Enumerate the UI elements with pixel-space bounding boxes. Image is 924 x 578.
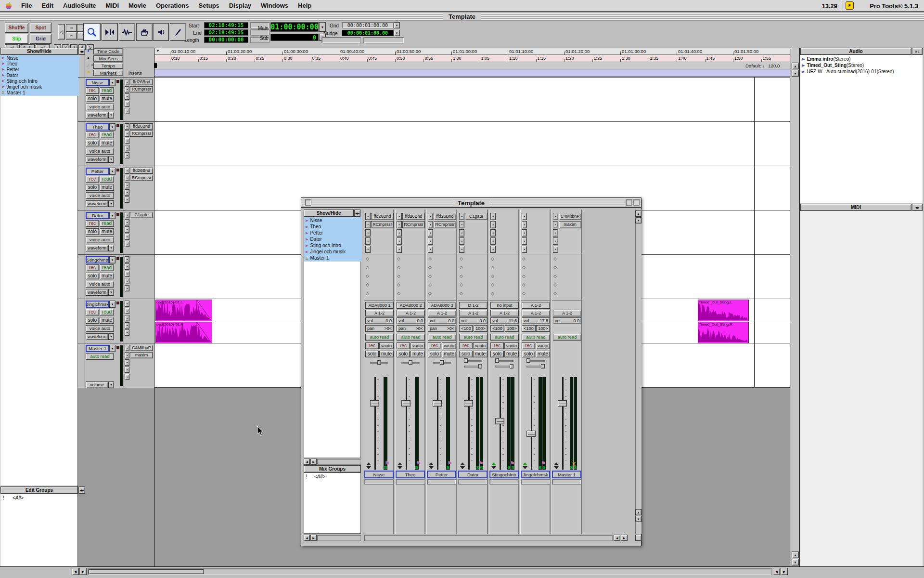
send-slot-diamond[interactable]: ◇ (366, 265, 369, 270)
send-slot-diamond[interactable]: ◇ (397, 257, 400, 261)
mix-hscroll-left[interactable]: ◀ (614, 535, 620, 541)
mix-hscroll-track[interactable] (317, 535, 361, 541)
group-flag-icon[interactable]: ⚑ (541, 460, 546, 466)
mode-button-shuffle[interactable]: Shuffle (5, 23, 28, 33)
track-name-menu-button[interactable]: ▼ (109, 212, 116, 219)
mute-button[interactable]: mute (379, 351, 394, 357)
audio-region-item-timed-out-sting[interactable]: ▶Timed_Out_Sting (Stereo) (800, 62, 924, 68)
pan-left-readout[interactable]: <100 (459, 325, 473, 332)
output-selector[interactable]: A 1-2 (490, 310, 519, 316)
send-slot-diamond[interactable]: ◇ (491, 291, 494, 296)
automation-mode-button[interactable]: auto read (459, 334, 488, 341)
insert-ffd26bnd[interactable]: ffd26Bnd (130, 79, 153, 85)
fader-track[interactable] (437, 377, 438, 470)
track-arrow-icon[interactable]: ▶ (306, 219, 308, 223)
master-sigma-icon[interactable]: Σ (306, 256, 308, 261)
insert-dot-button[interactable]: ● (125, 308, 129, 314)
vscroll-up-button[interactable]: ▲ (792, 552, 799, 558)
send-slot-diamond[interactable]: ◇ (491, 283, 494, 287)
output-selector[interactable]: A 1-2 (522, 310, 550, 316)
track-name-menu-button[interactable]: ▼ (109, 301, 116, 308)
track-solo-button[interactable]: solo (86, 140, 99, 146)
insert-dot-button[interactable]: ● (125, 138, 129, 144)
track-view-menu-button[interactable]: ▼ (108, 333, 114, 340)
send-slot-diamond[interactable]: ◇ (366, 283, 369, 287)
insert-dot-button[interactable]: ● (125, 79, 129, 85)
send-slot-diamond[interactable]: ◇ (553, 257, 557, 261)
fader-track[interactable] (468, 377, 470, 470)
voice-auto-button[interactable]: vauto (473, 342, 488, 349)
send-slot-diamond[interactable]: ◇ (491, 274, 494, 278)
hscroll-left-button[interactable]: ◀ (72, 568, 79, 575)
fader-track[interactable] (531, 377, 532, 470)
pan-right-readout[interactable]: 100> (536, 325, 550, 332)
track-volume-menu-button[interactable]: ▼ (108, 381, 114, 388)
master-sigma-icon[interactable]: Σ (2, 90, 5, 95)
mix-show-hide-expand-button[interactable]: ◀▶ (354, 210, 360, 217)
pan-slider-thumb[interactable] (495, 358, 499, 363)
mix-show-hide-header[interactable]: Show/Hide (304, 210, 354, 217)
fader-cap[interactable] (464, 400, 473, 407)
input-selector[interactable]: no input (490, 302, 519, 309)
insert-dot-button[interactable]: ● (428, 237, 433, 245)
mix-hscroll-left[interactable]: ◀ (304, 535, 310, 541)
track-view-button[interactable]: waveform (86, 245, 108, 251)
insert-dot-button[interactable]: ● (428, 229, 433, 236)
insert-dot-button[interactable]: ● (490, 237, 496, 245)
insert-dot-button[interactable]: ● (125, 175, 129, 181)
voice-selector[interactable] (553, 462, 559, 470)
track-arrow-icon[interactable]: ▶ (2, 73, 4, 77)
track-view-button[interactable]: waveform (86, 289, 108, 296)
mode-button-spot[interactable]: Spot (30, 23, 51, 33)
fader-cap[interactable] (558, 400, 567, 407)
insert-rcmprssr[interactable]: RCmprssr (130, 175, 153, 181)
mix-hscroll-right[interactable]: ▶ (621, 535, 628, 541)
insert-dot-button[interactable]: ● (125, 152, 129, 158)
insert-dot-button[interactable]: ● (365, 221, 371, 228)
insert-dot-button[interactable]: ● (125, 182, 129, 188)
mix-vscroll-up[interactable]: ▲ (635, 210, 642, 217)
insert-maxim[interactable]: maxim (559, 221, 581, 228)
audio-clip-timed-out-sting-l[interactable]: Timed_Out_Sting.L (698, 300, 749, 321)
insert-dot-button[interactable]: ● (125, 374, 129, 380)
track-read-button[interactable]: read (100, 131, 114, 138)
track-mute-button[interactable]: mute (100, 273, 114, 279)
pan-readout[interactable]: pan>0< (365, 325, 394, 332)
vscroll-up-button[interactable]: ▲ (792, 63, 799, 69)
track-mute-button[interactable]: mute (100, 317, 114, 324)
send-slot-diamond[interactable]: ◇ (460, 274, 463, 278)
fader-cap[interactable] (433, 400, 442, 407)
voice-selector[interactable] (460, 462, 465, 470)
voice-auto-button[interactable]: vauto (379, 342, 394, 349)
pan-left-readout[interactable]: <100 (490, 325, 504, 332)
track-name-menu-button[interactable]: ▼ (109, 345, 116, 352)
grabber-tool-button[interactable] (136, 23, 153, 41)
record-enable-button[interactable]: rec (397, 342, 410, 349)
pan-right-readout[interactable]: 100> (505, 325, 519, 332)
length-counter[interactable]: 00:00:00:00 (204, 37, 248, 43)
track-view-button[interactable]: waveform (86, 112, 108, 118)
pan-readout[interactable]: pan>0< (397, 325, 425, 332)
menu-item-edit[interactable]: Edit (37, 2, 58, 9)
track-arrow-icon[interactable]: ▶ (2, 56, 4, 60)
send-slot-diamond[interactable]: ◇ (553, 274, 557, 278)
mix-list-scroll-track[interactable] (317, 459, 361, 465)
insert-dot-button[interactable]: ● (125, 278, 129, 284)
voice-auto-button[interactable]: vauto (411, 342, 425, 349)
audio-region-item-emma-intro[interactable]: ▶Emma intro (Stereo) (800, 56, 924, 62)
send-slot-diamond[interactable]: ◇ (460, 257, 463, 261)
insert-dot-button[interactable]: ● (365, 213, 371, 220)
insert-dot-button[interactable]: ● (125, 93, 129, 100)
minsec-ruler[interactable] (154, 55, 790, 62)
track-read-button[interactable]: read (100, 264, 114, 271)
trimmer-tool-button[interactable] (102, 23, 118, 41)
insert-dot-button[interactable]: ● (428, 213, 433, 220)
insert-dot-button[interactable]: ● (428, 246, 433, 253)
region-expand-arrow-icon[interactable]: ▶ (802, 64, 805, 67)
mute-button[interactable]: mute (536, 351, 550, 357)
send-slot-diamond[interactable]: ◇ (553, 291, 557, 296)
insert-dot-button[interactable]: ● (125, 86, 129, 92)
track-read-button[interactable]: read (100, 176, 114, 183)
track-name-menu-button[interactable]: ▼ (109, 256, 116, 263)
insert-dot-button[interactable]: ● (522, 237, 527, 245)
